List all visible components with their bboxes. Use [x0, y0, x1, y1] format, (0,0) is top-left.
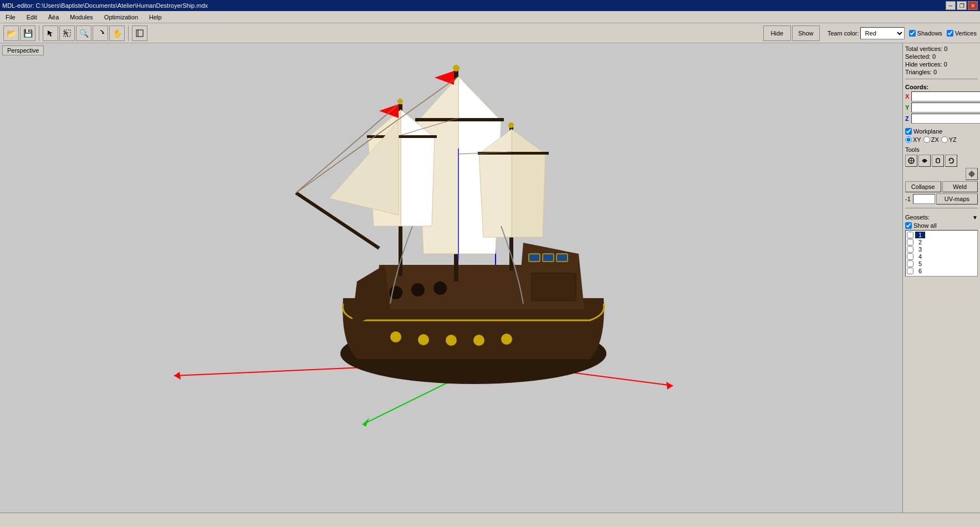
open-button[interactable]: 📂 — [3, 25, 19, 41]
weld-button[interactable]: Weld — [942, 181, 978, 192]
geosets-arrow[interactable]: ▼ — [972, 214, 978, 221]
geoset-row-6: 6 — [907, 268, 976, 274]
plane-xy-radio[interactable] — [905, 136, 912, 143]
geoset-1-label[interactable]: 1 — [915, 232, 925, 238]
extra-tool[interactable] — [132, 25, 147, 41]
geoset-1-checkbox[interactable] — [907, 232, 913, 238]
tools-row-2 — [905, 168, 978, 180]
y-input[interactable] — [911, 103, 980, 112]
svg-point-28 — [446, 335, 457, 346]
svg-point-38 — [453, 65, 460, 71]
tool-btn-4[interactable] — [945, 155, 957, 167]
selected-text: Selected: 0 — [905, 53, 936, 60]
geoset-6-checkbox[interactable] — [907, 268, 913, 274]
geoset-2-label[interactable]: 2 — [915, 239, 925, 245]
svg-rect-31 — [529, 254, 540, 262]
divider-1 — [905, 79, 978, 79]
neg-one-input[interactable] — [913, 194, 935, 204]
z-coord-row: Z — [905, 114, 978, 124]
tool-center[interactable] — [966, 168, 978, 180]
statusbar — [0, 513, 980, 527]
menu-help[interactable]: Help — [146, 13, 165, 22]
restore-button[interactable]: ❐ — [957, 1, 967, 10]
show-button[interactable]: Show — [792, 25, 820, 41]
svg-point-30 — [501, 334, 512, 345]
toolbar-sep1 — [39, 25, 39, 41]
plane-yz-radio[interactable] — [941, 136, 948, 143]
menu-modules[interactable]: Modules — [67, 13, 96, 22]
y-coord-row: Y — [905, 103, 978, 112]
viewport-label[interactable]: Perspective — [2, 45, 44, 55]
x-input[interactable] — [911, 91, 980, 101]
z-input[interactable] — [911, 114, 980, 124]
select-rect-tool[interactable] — [59, 25, 75, 41]
rotate-tool[interactable] — [93, 25, 108, 41]
menu-edit[interactable]: Edit — [23, 13, 40, 22]
plane-zx-text: ZX — [931, 136, 939, 143]
scene-svg — [0, 43, 902, 513]
svg-rect-2 — [136, 30, 143, 37]
svg-point-26 — [390, 331, 401, 342]
workplane-checkbox[interactable] — [905, 128, 912, 135]
zoom-tool[interactable]: 🔍 — [76, 25, 91, 41]
show-all-checkbox[interactable] — [905, 222, 912, 229]
shadows-checkbox[interactable] — [909, 30, 916, 37]
total-vertices-row: Total vertices: 0 — [905, 45, 978, 52]
geosets-header: Geosets: ▼ — [905, 214, 978, 221]
workplane-section: Workplane XY ZX YZ — [905, 128, 978, 143]
main-layout: Perspective — [0, 43, 980, 513]
geoset-6-label[interactable]: 6 — [915, 268, 925, 274]
uv-maps-button[interactable]: UV-maps — [936, 193, 978, 204]
geoset-row-5: 5 — [907, 260, 976, 267]
triangles-text: Triangles: 0 — [905, 69, 937, 75]
svg-rect-33 — [557, 254, 568, 262]
tool-btn-1[interactable] — [905, 155, 917, 167]
workplane-label: Workplane — [913, 128, 942, 135]
geosets-title: Geosets: — [905, 214, 930, 221]
menu-file[interactable]: File — [2, 13, 19, 22]
svg-rect-20 — [478, 152, 549, 155]
geoset-3-label[interactable]: 3 — [915, 246, 925, 253]
geoset-row-4: 4 — [907, 253, 976, 260]
tool-btn-3[interactable] — [932, 155, 944, 167]
right-panel: Total vertices: 0 Selected: 0 Hide verti… — [902, 43, 980, 513]
z-label: Z — [905, 115, 909, 122]
select-tool[interactable] — [43, 25, 58, 41]
plane-zx-label: ZX — [923, 136, 939, 143]
close-button[interactable]: ✕ — [968, 1, 978, 10]
geoset-5-label[interactable]: 5 — [915, 260, 925, 267]
plane-xy-text: XY — [913, 136, 921, 143]
menu-optimization[interactable]: Optimization — [101, 13, 141, 22]
viewport[interactable]: Perspective — [0, 43, 902, 513]
titlebar-controls: ─ ❐ ✕ — [946, 1, 978, 10]
geoset-3-checkbox[interactable] — [907, 246, 913, 253]
tools-title: Tools — [905, 146, 978, 153]
geoset-row-2: 2 — [907, 239, 976, 245]
team-color-dropdown[interactable]: Red Blue Teal Purple — [860, 27, 905, 39]
tool-btn-2[interactable] — [918, 155, 931, 167]
minimize-button[interactable]: ─ — [946, 1, 956, 10]
svg-rect-18 — [415, 118, 504, 121]
hide-button[interactable]: Hide — [763, 25, 791, 41]
svg-point-46 — [923, 160, 926, 162]
geoset-4-label[interactable]: 4 — [915, 253, 925, 260]
vertices-checkbox[interactable] — [947, 30, 953, 37]
save-button[interactable]: 💾 — [20, 25, 35, 41]
svg-point-29 — [473, 335, 484, 346]
geoset-4-checkbox[interactable] — [907, 253, 913, 260]
plane-zx-radio[interactable] — [923, 136, 930, 143]
show-all-label: Show all — [913, 222, 937, 229]
title-text: MDL-editor: C:\Users\Baptiste\Documents\… — [2, 2, 208, 9]
tools-collapse-weld: Collapse Weld — [905, 181, 978, 192]
menu-aea[interactable]: Äëa — [45, 13, 63, 22]
plane-yz-label: YZ — [941, 136, 957, 143]
tools-neg-uv: -1 UV-maps — [905, 193, 978, 204]
geoset-row-3: 3 — [907, 246, 976, 253]
pan-tool[interactable]: ✋ — [109, 25, 125, 41]
svg-rect-32 — [543, 254, 554, 262]
geoset-5-checkbox[interactable] — [907, 260, 913, 267]
svg-point-25 — [433, 282, 447, 295]
collapse-button[interactable]: Collapse — [905, 181, 941, 192]
geoset-2-checkbox[interactable] — [907, 239, 913, 245]
svg-point-39 — [397, 99, 403, 104]
